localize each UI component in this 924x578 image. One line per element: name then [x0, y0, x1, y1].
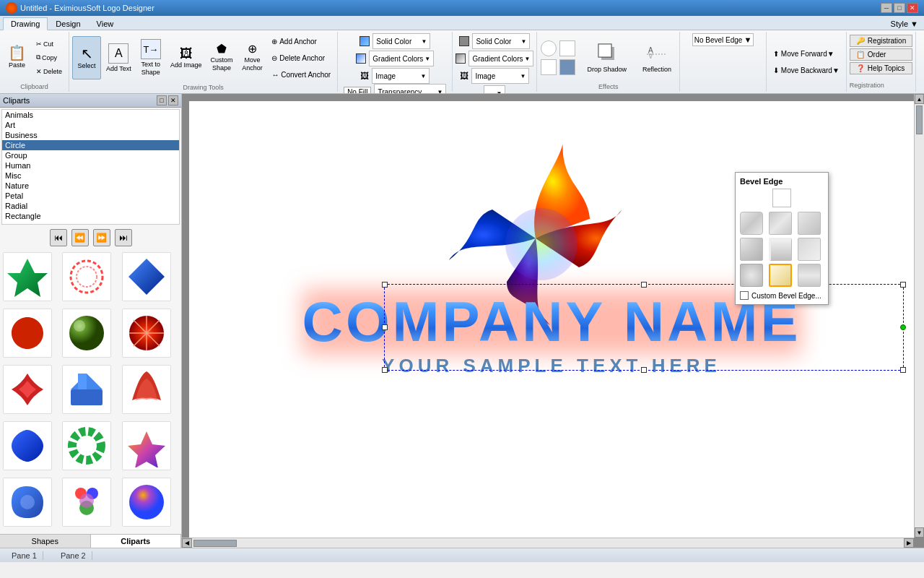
custom-bevel-checkbox[interactable] [740, 291, 749, 300]
window-controls[interactable]: ─ □ ✕ [881, 3, 918, 13]
clipart-thumb-3[interactable] [122, 252, 171, 301]
bevel-item-8[interactable] [769, 264, 792, 287]
stroke-gradient-dropdown[interactable]: Gradient Colors ▼ [468, 51, 533, 66]
paste-btn[interactable]: 📋 Paste [3, 36, 31, 79]
clipart-thumb-15[interactable] [122, 478, 171, 527]
handle-tr[interactable] [900, 282, 906, 288]
clipart-category-list[interactable]: Animals Art Business Circle Group Human … [1, 109, 180, 225]
category-human[interactable]: Human [2, 160, 179, 171]
h-scrollbar[interactable]: ◀ ▶ [182, 538, 914, 548]
category-nature[interactable]: Nature [2, 181, 179, 191]
scroll-down-btn[interactable]: ▼ [915, 527, 924, 538]
minimize-btn[interactable]: ─ [881, 3, 892, 13]
clipart-thumb-7[interactable] [3, 365, 52, 414]
clipart-thumb-10[interactable] [3, 421, 52, 470]
clipart-thumb-2[interactable] [62, 252, 111, 301]
bevel-item-3[interactable] [798, 212, 821, 235]
custom-shape-btn[interactable]: ⬟ CustomShape [206, 36, 236, 79]
shape-btn-4[interactable] [559, 59, 575, 75]
bevel-item-9[interactable] [798, 264, 821, 287]
tab-design[interactable]: Design [48, 17, 88, 30]
handle-br[interactable] [900, 367, 906, 373]
bevel-dropdown-btn[interactable]: No Bevel Edge ▼ [692, 33, 754, 46]
panel-close-btn[interactable]: ✕ [168, 95, 178, 105]
help-topics-btn[interactable]: ❓ Help Topics [850, 62, 912, 74]
add-anchor-btn[interactable]: ⊕ Add Anchor [268, 33, 334, 49]
clipart-thumb-9[interactable] [122, 365, 171, 414]
v-scrollbar[interactable]: ▲ ▼ [914, 94, 924, 538]
clipart-thumb-12[interactable] [122, 421, 171, 470]
clipart-thumb-5[interactable] [62, 309, 111, 358]
scroll-left-btn[interactable]: ◀ [182, 538, 192, 548]
shape-btn-3[interactable] [541, 59, 557, 75]
clipart-thumb-14[interactable] [62, 478, 111, 527]
copy-btn[interactable]: ⧉ Copy [32, 51, 66, 64]
fill-image-dropdown[interactable]: Image ▼ [372, 68, 430, 84]
registration-btn[interactable]: 🔑 Registration [850, 35, 912, 47]
category-animals[interactable]: Animals [2, 110, 179, 120]
reflection-btn[interactable]: A A Reflection [637, 36, 676, 79]
delete-anchor-btn[interactable]: ⊖ Delete Anchor [268, 50, 334, 66]
transparency-dropdown[interactable]: Transparency ▼ [374, 84, 446, 94]
tab-shapes[interactable]: Shapes [0, 535, 91, 548]
category-petal[interactable]: Petal [2, 191, 179, 201]
category-misc[interactable]: Misc [2, 171, 179, 181]
custom-bevel-edge-btn[interactable]: Custom Bevel Edge... [740, 291, 824, 300]
clipart-thumb-8[interactable] [62, 365, 111, 414]
category-radial[interactable]: Radial [2, 201, 179, 211]
stroke-solid-dropdown[interactable]: Solid Color ▼ [472, 33, 530, 49]
cut-btn[interactable]: ✂ Cut [32, 38, 66, 51]
stroke-extra-dropdown[interactable]: ▼ [484, 85, 505, 94]
add-text-btn[interactable]: A Add Text [103, 36, 135, 79]
convert-anchor-btn[interactable]: ↔ Convert Anchor [268, 66, 334, 82]
delete-btn[interactable]: ✕ Delete [32, 65, 66, 78]
nav-last-btn[interactable]: ⏭ [115, 229, 132, 246]
add-image-btn[interactable]: 🖼 Add Image [167, 36, 206, 79]
category-group[interactable]: Group [2, 150, 179, 160]
move-backward-btn[interactable]: ⬇ Move Backward ▼ [770, 62, 843, 78]
bevel-item-6[interactable] [798, 238, 821, 261]
select-btn[interactable]: ↖ Select [72, 36, 101, 79]
tab-cliparts[interactable]: Cliparts [91, 535, 182, 548]
bevel-item-7[interactable] [740, 264, 763, 287]
nav-first-btn[interactable]: ⏮ [50, 229, 67, 246]
nav-prev-btn[interactable]: ⏪ [71, 229, 89, 246]
handle-mr[interactable] [900, 324, 906, 330]
shape-btn-1[interactable] [541, 40, 557, 56]
category-circle[interactable]: Circle [2, 140, 179, 150]
no-fill-btn[interactable]: No Fill [344, 87, 371, 95]
clipart-thumb-4[interactable] [3, 309, 52, 358]
fill-solid-dropdown[interactable]: Solid Color ▼ [372, 33, 430, 49]
panel-float-btn[interactable]: □ [157, 95, 167, 105]
drop-shadow-btn[interactable]: Drop Shadow [582, 36, 632, 79]
category-business[interactable]: Business [2, 130, 179, 140]
text-to-shape-btn[interactable]: T→ Text toShape [136, 36, 165, 79]
scroll-track-h[interactable] [192, 538, 904, 548]
scroll-up-btn[interactable]: ▲ [915, 94, 924, 104]
bevel-item-1[interactable] [740, 212, 763, 235]
category-rectangle[interactable]: Rectangle [2, 211, 179, 221]
tab-drawing[interactable]: Drawing [3, 17, 48, 30]
clipart-thumb-11[interactable] [62, 421, 111, 470]
bevel-item-4[interactable] [740, 238, 763, 261]
canvas[interactable]: COMPANY NAME YOUR SAMPLE TEXT HERE [189, 101, 914, 538]
move-anchor-btn[interactable]: ⊕ MoveAnchor [237, 36, 266, 79]
scroll-track-v[interactable] [915, 104, 924, 527]
nav-next-btn[interactable]: ⏩ [93, 229, 110, 246]
bevel-no-edge-btn[interactable] [772, 189, 791, 207]
order-btn[interactable]: 📋 Order [850, 48, 912, 61]
shape-btn-2[interactable] [559, 40, 575, 56]
bevel-item-5[interactable] [769, 238, 792, 261]
fill-gradient-dropdown[interactable]: Gradient Colors ▼ [369, 51, 434, 66]
clipart-thumb-6[interactable] [122, 309, 171, 358]
move-forward-btn[interactable]: ⬆ Move Forward ▼ [770, 46, 843, 61]
tab-view[interactable]: View [89, 17, 122, 30]
handle-tl[interactable] [382, 282, 388, 288]
clipart-thumb-13[interactable] [3, 478, 52, 527]
bevel-item-2[interactable] [769, 212, 792, 235]
category-art[interactable]: Art [2, 120, 179, 130]
maximize-btn[interactable]: □ [894, 3, 905, 13]
scroll-thumb-v[interactable] [916, 105, 923, 134]
scroll-right-btn[interactable]: ▶ [904, 538, 914, 548]
close-btn[interactable]: ✕ [907, 3, 918, 13]
